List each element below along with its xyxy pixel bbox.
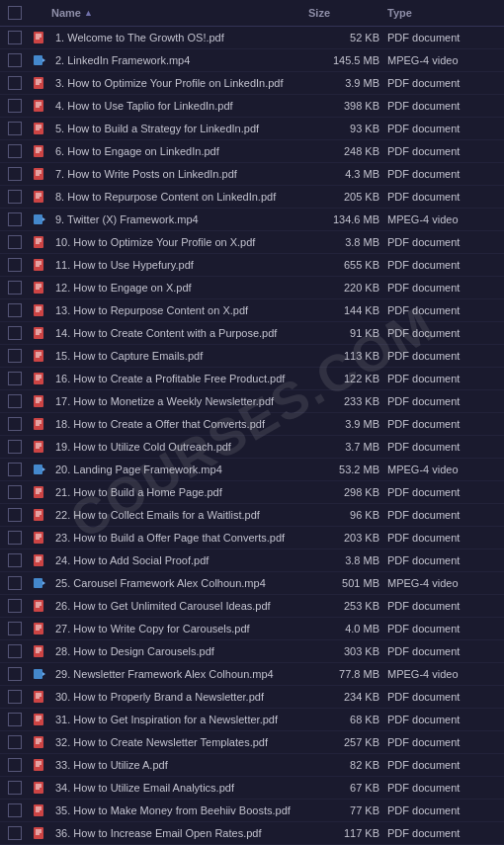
header-size-col[interactable]: Size [308, 7, 387, 19]
pdf-file-icon [32, 98, 47, 114]
table-row[interactable]: 21. How to Build a Home Page.pdf298 KBPD… [0, 481, 504, 504]
table-row[interactable]: 5. How to Build a Strategy for LinkedIn.… [0, 118, 504, 140]
header-type-col[interactable]: Type [387, 7, 496, 19]
row-checkbox[interactable] [8, 826, 22, 840]
row-checkbox[interactable] [8, 667, 22, 681]
table-row[interactable]: 20. Landing Page Framework.mp453.2 MBMPE… [0, 459, 504, 481]
table-row[interactable]: 9. Twitter (X) Framework.mp4134.6 MBMPEG… [0, 209, 504, 231]
file-type-text: PDF document [387, 532, 496, 544]
header-name-col[interactable]: Name ▲ [51, 7, 308, 19]
row-checkbox[interactable] [8, 644, 22, 658]
name-header-label[interactable]: Name ▲ [51, 7, 308, 19]
file-type-text: PDF document [387, 418, 496, 430]
table-row[interactable]: 23. How to Build a Offer Page that Conve… [0, 527, 504, 549]
table-row[interactable]: 11. How to Use Hypefury.pdf655 KBPDF doc… [0, 254, 504, 277]
table-row[interactable]: 33. How to Utilize A.pdf82 KBPDF documen… [0, 754, 504, 777]
table-row[interactable]: 4. How to Use Taplio for LinkedIn.pdf398… [0, 95, 504, 118]
file-name-text: 2. LinkedIn Framework.mp4 [51, 54, 190, 66]
table-row[interactable]: 18. How to Create a Offer that Converts.… [0, 413, 504, 436]
svg-rect-118 [34, 759, 43, 771]
row-checkbox[interactable] [8, 758, 22, 772]
row-checkbox[interactable] [8, 372, 22, 385]
row-checkbox[interactable] [8, 803, 22, 817]
size-header-label[interactable]: Size [308, 7, 379, 19]
table-row[interactable]: 17. How to Monetize a Weekly Newsletter.… [0, 390, 504, 413]
row-checkbox[interactable] [8, 326, 22, 340]
table-row[interactable]: 32. How to Create Newsletter Templates.p… [0, 731, 504, 754]
file-type-text: PDF document [387, 77, 496, 89]
table-row[interactable]: 3. How to Optimize Your Profile on Linke… [0, 72, 504, 95]
row-checkbox[interactable] [8, 235, 22, 249]
row-checkbox[interactable] [8, 531, 22, 545]
table-row[interactable]: 36. How to Increase Email Open Rates.pdf… [0, 822, 504, 845]
row-checkbox[interactable] [8, 76, 22, 90]
row-checkbox[interactable] [8, 167, 22, 181]
row-checkbox[interactable] [8, 622, 22, 635]
table-row[interactable]: 12. How to Engage on X.pdf220 KBPDF docu… [0, 277, 504, 299]
file-name-text: 34. How to Utilize Email Analytics.pdf [51, 782, 234, 794]
select-all-checkbox[interactable] [8, 6, 22, 20]
table-row[interactable]: 22. How to Collect Emails for a Waitlist… [0, 504, 504, 527]
file-type-text: MPEG-4 video [387, 464, 496, 475]
svg-rect-4 [34, 55, 42, 65]
file-type-text: PDF document [387, 441, 496, 453]
table-row[interactable]: 26. How to Get Unlimited Carousel Ideas.… [0, 595, 504, 618]
row-checkbox[interactable] [8, 463, 22, 476]
table-row[interactable]: 13. How to Repurpose Content on X.pdf144… [0, 299, 504, 322]
table-row[interactable]: 24. How to Add Social Proof.pdf3.8 MBPDF… [0, 549, 504, 572]
row-checkbox[interactable] [8, 53, 22, 67]
file-name-text: 1. Welcome to The Growth OS!.pdf [51, 32, 224, 43]
row-checkbox[interactable] [8, 190, 22, 204]
row-checkbox[interactable] [8, 735, 22, 749]
table-row[interactable]: 30. How to Properly Brand a Newsletter.p… [0, 686, 504, 709]
file-type-text: PDF document [387, 259, 496, 271]
file-type-text: PDF document [387, 100, 496, 112]
table-row[interactable]: 19. How to Utilize Cold Outreach.pdf3.7 … [0, 436, 504, 459]
video-file-icon [32, 575, 47, 591]
row-checkbox[interactable] [8, 99, 22, 113]
file-size-text: 233 KB [308, 395, 387, 407]
file-size-text: 144 KB [308, 304, 387, 316]
svg-rect-22 [34, 168, 43, 180]
table-row[interactable]: 10. How to Optimize Your Profile on X.pd… [0, 231, 504, 254]
file-type-text: PDF document [387, 804, 496, 816]
row-checkbox[interactable] [8, 281, 22, 295]
row-checkbox[interactable] [8, 258, 22, 272]
table-row[interactable]: 31. How to Get Inspiration for a Newslet… [0, 709, 504, 731]
table-row[interactable]: 28. How to Design Carousels.pdf303 KBPDF… [0, 640, 504, 663]
row-checkbox[interactable] [8, 690, 22, 704]
row-checkbox[interactable] [8, 303, 22, 317]
row-checkbox[interactable] [8, 599, 22, 613]
row-checkbox[interactable] [8, 440, 22, 454]
file-size-text: 3.8 MB [308, 554, 387, 566]
row-checkbox[interactable] [8, 553, 22, 567]
table-row[interactable]: 25. Carousel Framework Alex Colhoun.mp45… [0, 572, 504, 595]
row-checkbox[interactable] [8, 508, 22, 522]
table-row[interactable]: 34. How to Utilize Email Analytics.pdf67… [0, 777, 504, 800]
row-checkbox[interactable] [8, 394, 22, 408]
row-checkbox[interactable] [8, 576, 22, 590]
row-checkbox[interactable] [8, 349, 22, 363]
table-row[interactable]: 14. How to Create Content with a Purpose… [0, 322, 504, 345]
table-row[interactable]: 1. Welcome to The Growth OS!.pdf52 KBPDF… [0, 27, 504, 49]
row-checkbox[interactable] [8, 781, 22, 795]
row-checkbox[interactable] [8, 144, 22, 158]
table-row[interactable]: 15. How to Capture Emails.pdf113 KBPDF d… [0, 345, 504, 368]
type-header-label[interactable]: Type [387, 7, 496, 19]
row-checkbox[interactable] [8, 212, 22, 226]
table-row[interactable]: 35. How to Make Money from Beehiiv Boost… [0, 800, 504, 822]
row-checkbox[interactable] [8, 713, 22, 726]
table-row[interactable]: 2. LinkedIn Framework.mp4145.5 MBMPEG-4 … [0, 49, 504, 72]
table-row[interactable]: 27. How to Write Copy for Carousels.pdf4… [0, 618, 504, 640]
table-row[interactable]: 7. How to Write Posts on LinkedIn.pdf4.3… [0, 163, 504, 186]
pdf-file-icon [32, 189, 47, 205]
row-checkbox[interactable] [8, 122, 22, 135]
table-row[interactable]: 29. Newsletter Framework Alex Colhoun.mp… [0, 663, 504, 686]
table-row[interactable]: 16. How to Create a Profitable Free Prod… [0, 368, 504, 390]
row-checkbox[interactable] [8, 485, 22, 499]
row-checkbox[interactable] [8, 417, 22, 431]
table-row[interactable]: 8. How to Repurpose Content on LinkedIn.… [0, 186, 504, 209]
table-row[interactable]: 6. How to Engage on LinkedIn.pdf248 KBPD… [0, 140, 504, 163]
row-checkbox[interactable] [8, 31, 22, 44]
svg-marker-31 [42, 217, 45, 221]
